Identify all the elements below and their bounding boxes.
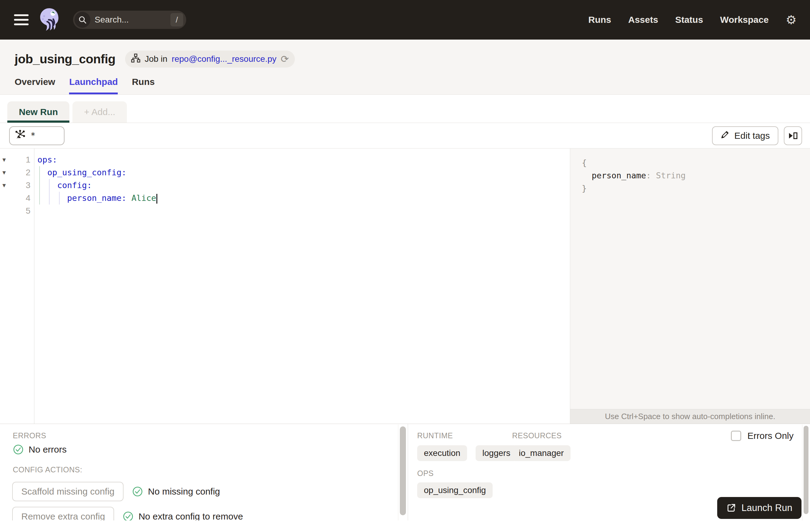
line-number: 1 — [11, 154, 30, 166]
tab-overview[interactable]: Overview — [15, 77, 55, 94]
scrollbar-thumb[interactable] — [804, 426, 809, 514]
schema-type: String — [656, 171, 686, 180]
line-number: 3 — [11, 179, 30, 192]
errors-panel: ERRORS No errors CONFIG ACTIONS: Scaffol… — [0, 424, 408, 520]
fold-column: ▾ ▾ ▾ — [0, 154, 11, 424]
editor-gutter: ▾ ▾ ▾ 1 2 3 4 5 — [0, 148, 34, 424]
job-origin-prefix: Job in — [145, 54, 167, 64]
ops-label: OPS — [417, 469, 434, 478]
code-line-4: person_name: Alice — [37, 192, 570, 205]
dagster-logo-icon[interactable] — [37, 7, 62, 33]
external-link-icon — [726, 503, 736, 513]
tag-execution: execution — [417, 445, 467, 461]
resource-tags: io_manager — [512, 445, 578, 461]
config-tab-add[interactable]: + Add... — [72, 101, 127, 123]
job-tabs: Overview Launchpad Runs — [0, 68, 810, 94]
top-nav-links: Runs Assets Status Workspace — [588, 15, 769, 25]
op-tags: op_using_config — [417, 482, 500, 498]
errors-only-checkbox[interactable] — [731, 431, 741, 441]
line-number: 4 — [11, 192, 30, 205]
run-config-summary-panel: RUNTIME execution loggers RESOURCES io_m… — [408, 424, 810, 520]
config-tab-new-run[interactable]: New Run — [7, 101, 69, 123]
fold-arrow-icon[interactable]: ▾ — [2, 179, 11, 192]
errors-only-label: Errors Only — [747, 431, 794, 441]
nav-link-workspace[interactable]: Workspace — [720, 15, 769, 25]
line-number: 5 — [11, 205, 30, 217]
search-input[interactable] — [91, 15, 171, 25]
runtime-label: RUNTIME — [417, 431, 453, 440]
page-header: job_using_config Job in repo@config..._r… — [0, 39, 810, 95]
remove-config-row: Remove extra config No extra config to r… — [12, 507, 243, 520]
check-circle-icon — [132, 486, 143, 497]
tab-runs[interactable]: Runs — [132, 77, 155, 94]
yaml-code-area[interactable]: ops: op_using_config: config: person_nam… — [34, 148, 570, 424]
job-origin-pill: Job in repo@config..._resource.py ⟳ — [125, 50, 295, 68]
scaffold-config-row: Scaffold missing config No missing confi… — [12, 482, 220, 501]
summary-panel-scrollbar[interactable] — [802, 424, 810, 520]
pencil-icon — [720, 130, 730, 141]
toggle-second-panel-button[interactable] — [784, 126, 802, 145]
code-line-1: ops: — [37, 154, 570, 166]
autocomplete-hint: Use Ctrl+Space to show auto-completions … — [570, 409, 810, 424]
search-bar[interactable]: / — [73, 11, 186, 29]
config-editor: ▾ ▾ ▾ 1 2 3 4 5 ops: op_using_config: co… — [0, 148, 570, 424]
edit-tags-button[interactable]: Edit tags — [712, 126, 778, 145]
schema-key: person_name — [592, 171, 646, 180]
fold-arrow-icon[interactable]: ▾ — [2, 166, 11, 179]
search-icon — [75, 12, 91, 28]
remove-extra-config-button[interactable]: Remove extra config — [12, 507, 114, 520]
line-number: 2 — [11, 166, 30, 179]
code-line-2: op_using_config: — [37, 166, 570, 179]
errors-only-toggle[interactable]: Errors Only — [731, 431, 794, 441]
no-errors-status: No errors — [13, 444, 67, 455]
op-selector-value: * — [30, 131, 36, 141]
nav-link-status[interactable]: Status — [675, 15, 703, 25]
editor-split: ▾ ▾ ▾ 1 2 3 4 5 ops: op_using_config: co… — [0, 148, 810, 424]
repo-link[interactable]: repo@config..._resource.py — [172, 54, 276, 64]
fold-arrow-icon[interactable]: ▾ — [2, 154, 11, 166]
menu-icon[interactable] — [14, 14, 29, 25]
config-schema-panel: { person_name: String } Use Ctrl+Space t… — [570, 148, 810, 424]
search-shortcut-badge: / — [171, 13, 183, 27]
code-line-3: config: — [37, 179, 570, 192]
tag-io-manager: io_manager — [512, 445, 570, 461]
text-cursor — [157, 194, 157, 204]
nav-link-runs[interactable]: Runs — [588, 15, 611, 25]
scaffold-missing-config-button[interactable]: Scaffold missing config — [12, 482, 124, 501]
code-line-5 — [37, 205, 570, 217]
no-missing-config-status: No missing config — [132, 486, 220, 497]
tag-loggers: loggers — [475, 445, 517, 461]
config-actions-label: CONFIG ACTIONS: — [13, 465, 82, 474]
page-title: job_using_config — [15, 52, 115, 66]
op-selector-input[interactable]: * — [9, 126, 65, 145]
launchpad-toolbar: * Edit tags — [0, 123, 810, 148]
line-numbers: 1 2 3 4 5 — [11, 154, 34, 424]
launchpad-config-tabs: New Run + Add... — [0, 95, 810, 123]
no-extra-config-status: No extra config to remove — [123, 511, 243, 520]
check-circle-icon — [123, 511, 133, 520]
launch-run-button[interactable]: Launch Run — [717, 497, 801, 519]
scrollbar-thumb[interactable] — [400, 426, 406, 515]
top-nav-bar: / Runs Assets Status Workspace ⚙ — [0, 0, 810, 39]
nav-link-assets[interactable]: Assets — [628, 15, 658, 25]
schema-body: { person_name: String } — [570, 148, 810, 195]
tag-op-using-config: op_using_config — [417, 482, 492, 498]
op-graph-icon — [15, 129, 26, 142]
split-panel-icon — [788, 131, 798, 141]
errors-panel-scrollbar[interactable] — [398, 424, 408, 520]
reload-repo-icon[interactable]: ⟳ — [281, 54, 289, 64]
settings-gear-icon[interactable]: ⚙ — [785, 14, 797, 26]
job-graph-icon — [131, 53, 140, 65]
check-circle-icon — [13, 444, 24, 455]
tab-launchpad[interactable]: Launchpad — [69, 77, 118, 94]
resources-label: RESOURCES — [512, 431, 562, 440]
runtime-tags: execution loggers — [417, 445, 524, 461]
bottom-panel: ERRORS No errors CONFIG ACTIONS: Scaffol… — [0, 424, 810, 520]
errors-label: ERRORS — [13, 431, 46, 440]
